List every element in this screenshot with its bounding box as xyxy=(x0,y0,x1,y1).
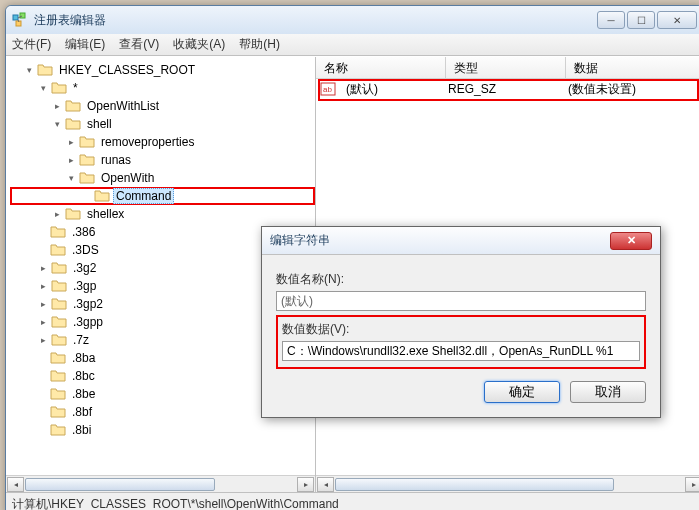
tree-node[interactable]: OpenWith xyxy=(98,170,157,186)
folder-icon xyxy=(51,260,67,276)
folder-icon xyxy=(50,404,66,420)
tree-node[interactable]: OpenWithList xyxy=(84,98,162,114)
cell-data: (数值未设置) xyxy=(562,81,642,98)
tree-node[interactable]: .3gp xyxy=(70,278,99,294)
value-name-label: 数值名称(N): xyxy=(276,271,646,288)
folder-icon xyxy=(65,98,81,114)
tree-node[interactable]: * xyxy=(70,80,81,96)
folder-icon xyxy=(79,152,95,168)
folder-icon xyxy=(51,278,67,294)
close-button[interactable]: ✕ xyxy=(657,11,697,29)
folder-icon xyxy=(79,170,95,186)
dialog-title: 编辑字符串 xyxy=(270,232,610,249)
scroll-right-icon[interactable]: ▸ xyxy=(685,477,699,492)
list-scrollbar-h[interactable]: ◂ ▸ xyxy=(316,475,699,492)
folder-icon xyxy=(94,188,110,204)
titlebar[interactable]: 注册表编辑器 ─ ☐ ✕ xyxy=(6,6,699,34)
tree-scrollbar-h[interactable]: ◂ ▸ xyxy=(6,475,315,492)
tree-node[interactable]: .3gpp xyxy=(70,314,106,330)
scroll-left-icon[interactable]: ◂ xyxy=(317,477,334,492)
dialog-close-button[interactable]: ✕ xyxy=(610,232,652,250)
folder-icon xyxy=(65,116,81,132)
folder-icon xyxy=(51,296,67,312)
menu-file[interactable]: 文件(F) xyxy=(12,36,51,53)
folder-icon xyxy=(51,332,67,348)
list-header[interactable]: 名称 类型 数据 xyxy=(316,57,699,79)
string-value-icon: ab xyxy=(320,81,336,97)
list-row[interactable]: ab (默认) REG_SZ (数值未设置) xyxy=(316,79,699,99)
expander-icon[interactable]: ▸ xyxy=(66,155,77,166)
ok-button[interactable]: 确定 xyxy=(484,381,560,403)
tree-node[interactable]: .8bc xyxy=(69,368,98,384)
tree-node[interactable]: runas xyxy=(98,152,134,168)
expander-icon[interactable]: ▾ xyxy=(52,119,63,130)
tree-node[interactable]: .3DS xyxy=(69,242,102,258)
tree-node[interactable]: .8bi xyxy=(69,422,94,438)
expander-icon[interactable]: ▸ xyxy=(38,299,49,310)
folder-icon xyxy=(50,422,66,438)
tree-node[interactable]: .8bf xyxy=(69,404,95,420)
menu-favorites[interactable]: 收藏夹(A) xyxy=(173,36,225,53)
folder-icon xyxy=(51,314,67,330)
value-name-input[interactable] xyxy=(276,291,646,311)
regedit-window: 注册表编辑器 ─ ☐ ✕ 文件(F) 编辑(E) 查看(V) 收藏夹(A) 帮助… xyxy=(5,5,699,510)
scroll-left-icon[interactable]: ◂ xyxy=(7,477,24,492)
folder-icon xyxy=(79,134,95,150)
tree-node[interactable]: .386 xyxy=(69,224,98,240)
svg-rect-0 xyxy=(13,15,18,20)
folder-icon xyxy=(51,80,67,96)
expander-icon[interactable]: ▸ xyxy=(52,209,63,220)
folder-icon xyxy=(50,242,66,258)
value-data-input[interactable] xyxy=(282,341,640,361)
menubar: 文件(F) 编辑(E) 查看(V) 收藏夹(A) 帮助(H) xyxy=(6,34,699,56)
expander-icon[interactable]: ▸ xyxy=(66,137,77,148)
scroll-right-icon[interactable]: ▸ xyxy=(297,477,314,492)
expander-icon[interactable]: ▸ xyxy=(38,281,49,292)
expander-icon[interactable]: ▸ xyxy=(38,335,49,346)
cell-name: (默认) xyxy=(340,81,442,98)
tree-node[interactable]: shellex xyxy=(84,206,127,222)
cancel-button[interactable]: 取消 xyxy=(570,381,646,403)
folder-icon xyxy=(50,368,66,384)
expander-icon[interactable]: ▸ xyxy=(38,263,49,274)
window-title: 注册表编辑器 xyxy=(34,12,597,29)
svg-rect-1 xyxy=(20,13,25,18)
col-type[interactable]: 类型 xyxy=(446,57,566,78)
menu-view[interactable]: 查看(V) xyxy=(119,36,159,53)
col-name[interactable]: 名称 xyxy=(316,57,446,78)
app-icon xyxy=(12,12,28,28)
tree-node[interactable]: .8ba xyxy=(69,350,98,366)
folder-icon xyxy=(37,62,53,78)
minimize-button[interactable]: ─ xyxy=(597,11,625,29)
folder-icon xyxy=(50,350,66,366)
tree-node[interactable]: removeproperties xyxy=(98,134,197,150)
expander-icon[interactable]: ▸ xyxy=(52,101,63,112)
tree-node[interactable]: .8be xyxy=(69,386,98,402)
expander-icon[interactable]: ▾ xyxy=(38,83,49,94)
expander-icon[interactable]: ▸ xyxy=(38,317,49,328)
expander-icon[interactable]: ▾ xyxy=(66,173,77,184)
edit-string-dialog: 编辑字符串 ✕ 数值名称(N): 数值数据(V): 确定 取消 xyxy=(261,226,661,418)
cell-type: REG_SZ xyxy=(442,82,562,96)
menu-help[interactable]: 帮助(H) xyxy=(239,36,280,53)
expander-icon[interactable]: ▾ xyxy=(24,65,35,76)
tree-node[interactable]: .7z xyxy=(70,332,92,348)
folder-icon xyxy=(50,224,66,240)
statusbar: 计算机\HKEY_CLASSES_ROOT\*\shell\OpenWith\C… xyxy=(6,492,699,510)
maximize-button[interactable]: ☐ xyxy=(627,11,655,29)
tree-node-selected[interactable]: Command xyxy=(113,188,174,204)
tree-node[interactable]: .3gp2 xyxy=(70,296,106,312)
col-data[interactable]: 数据 xyxy=(566,57,699,78)
tree-node[interactable]: HKEY_CLASSES_ROOT xyxy=(56,62,198,78)
tree-node[interactable]: shell xyxy=(84,116,115,132)
menu-edit[interactable]: 编辑(E) xyxy=(65,36,105,53)
svg-text:ab: ab xyxy=(323,85,332,94)
value-data-label: 数值数据(V): xyxy=(282,321,640,338)
dialog-titlebar[interactable]: 编辑字符串 ✕ xyxy=(262,227,660,255)
folder-icon xyxy=(65,206,81,222)
tree-node[interactable]: .3g2 xyxy=(70,260,99,276)
folder-icon xyxy=(50,386,66,402)
